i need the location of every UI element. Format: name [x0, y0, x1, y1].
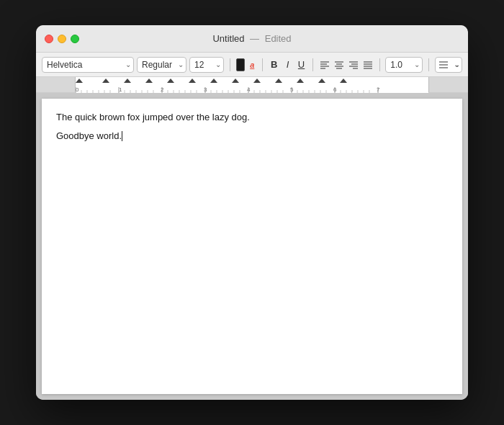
font-size-wrapper[interactable]: 12 10 11 14 16	[189, 57, 224, 73]
traffic-lights	[45, 35, 79, 43]
highlight-button[interactable]: a	[248, 58, 256, 71]
align-center-button[interactable]	[333, 57, 345, 73]
align-left-button[interactable]	[319, 57, 330, 73]
ruler: 0 1 2	[36, 77, 468, 93]
text-line-2: Goodbye world.	[56, 129, 448, 143]
ruler-left-margin	[36, 77, 76, 92]
content-area: The quick brown fox jumped over the lazy…	[36, 93, 468, 400]
separator-3	[312, 58, 313, 71]
edited-status: Edited	[265, 33, 292, 44]
bold-button[interactable]: B	[269, 57, 279, 73]
italic-button[interactable]: I	[282, 57, 293, 73]
underline-button[interactable]: U	[296, 57, 307, 73]
align-right-button[interactable]	[348, 57, 359, 73]
list-button[interactable]	[435, 57, 462, 73]
close-button[interactable]	[45, 35, 53, 43]
list-button-wrapper[interactable]: ⌄	[435, 57, 462, 73]
app-window: Untitled — Edited Helvetica Arial Times …	[36, 25, 468, 400]
separator-1	[230, 58, 230, 71]
text-color-swatch[interactable]	[236, 58, 245, 71]
minimize-button[interactable]	[58, 35, 66, 43]
svg-text:1: 1	[119, 86, 122, 93]
titlebar: Untitled — Edited	[36, 25, 468, 53]
window-title: Untitled — Edited	[212, 33, 291, 44]
line-spacing-wrapper[interactable]: 1.0 1.5 2.0	[385, 57, 423, 73]
text-content-2: Goodbye world.	[56, 130, 122, 141]
separator-2	[262, 58, 263, 71]
font-family-wrapper[interactable]: Helvetica Arial Times New Roman	[42, 57, 134, 73]
page[interactable]: The quick brown fox jumped over the lazy…	[42, 99, 462, 394]
maximize-button[interactable]	[71, 35, 79, 43]
justify-button[interactable]	[362, 57, 374, 73]
font-style-wrapper[interactable]: Regular Bold Italic	[137, 57, 186, 73]
svg-rect-19	[76, 77, 428, 93]
page-area[interactable]: The quick brown fox jumped over the lazy…	[36, 93, 468, 400]
document-text: The quick brown fox jumped over the lazy…	[56, 110, 448, 143]
text-cursor	[122, 131, 122, 141]
line-spacing-select[interactable]: 1.0 1.5 2.0	[385, 57, 423, 73]
text-line-1: The quick brown fox jumped over the lazy…	[56, 110, 448, 125]
ruler-canvas: 0 1 2	[76, 77, 428, 93]
separator-4	[379, 58, 380, 71]
separator-5	[428, 58, 429, 71]
title-separator: —	[247, 33, 261, 44]
font-style-select[interactable]: Regular Bold Italic	[137, 57, 186, 73]
ruler-right-margin	[428, 77, 468, 92]
font-family-select[interactable]: Helvetica Arial Times New Roman	[42, 57, 134, 73]
font-size-select[interactable]: 12 10 11 14 16	[189, 57, 224, 73]
svg-text:0: 0	[76, 86, 79, 93]
toolbar: Helvetica Arial Times New Roman Regular …	[36, 53, 468, 77]
